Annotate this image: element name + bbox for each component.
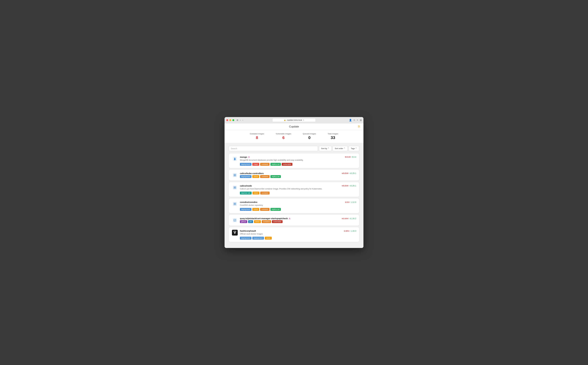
rss-icon[interactable]: ⎘ <box>358 125 360 128</box>
tag: outdated <box>260 175 269 178</box>
svg-point-14 <box>234 232 235 233</box>
image-card[interactable]: calico/node v3.23.6 v3.29.1 Calico's per… <box>229 182 359 197</box>
tag: daemon set <box>240 192 252 195</box>
stat-vulnerable-label: Vulnerable images <box>276 133 291 135</box>
card-icon <box>232 217 238 223</box>
tags: deploymentminoroutdatedreplica set <box>240 175 356 178</box>
sort-order-label: Sort order <box>335 147 343 150</box>
stat-vulnerable-value: 6 <box>276 135 291 140</box>
lock-icon: 🔒 <box>284 119 286 121</box>
card-name: mongo ⚠ <box>240 156 250 158</box>
search-input[interactable] <box>229 146 318 151</box>
warning-icon: ⚠ <box>248 156 250 158</box>
browser-window: ⊞ ‹ › 🔒 cupdate.home.local ↻ 👤 ⎋ + ⊞ Cup… <box>225 117 363 248</box>
svg-rect-4 <box>234 175 235 175</box>
tag: vulnerable <box>272 220 283 223</box>
tag: deployment <box>252 237 264 239</box>
back-button[interactable]: ‹ <box>240 119 241 121</box>
profile-icon[interactable]: 👤 <box>349 119 352 121</box>
card-body: mongo ⚠ 6.0.19 8.0.4 MongoDB document da… <box>240 156 356 166</box>
stats-bar: Outdated images 8 Vulnerable images 6 Qu… <box>225 130 363 143</box>
version-old: 1.18.1 <box>344 230 349 232</box>
sort-by-chevron-icon: ⌃ <box>328 147 329 150</box>
filter-bar: Sort by ⌃ Sort order ⌃ Tags ⌃ <box>229 146 359 151</box>
card-body: calico/node v3.23.6 v3.29.1 Calico's per… <box>240 184 356 195</box>
new-tab-icon[interactable]: + <box>357 119 358 121</box>
version-new: 8.0.4 <box>352 156 356 158</box>
sort-order-button[interactable]: Sort order ⌃ <box>333 146 348 151</box>
stat-queued-value: 0 <box>303 135 316 140</box>
image-name: hashicorp/vault <box>240 230 256 232</box>
version-old: v3.23.6 <box>342 172 348 174</box>
forward-button[interactable]: › <box>242 119 244 121</box>
tag: outdated <box>260 208 269 211</box>
tags-button[interactable]: Tags ⌃ <box>349 146 359 151</box>
toolbar-right: 👤 ⎋ + ⊞ <box>349 119 362 121</box>
sort-by-button[interactable]: Sort by ⌃ <box>319 146 332 151</box>
version-pair: v3.23.6 v3.29.1 <box>342 172 356 174</box>
version-old: 6.0.19 <box>345 156 351 158</box>
stat-queued: Queued images 0 <box>303 133 316 140</box>
url-bar[interactable]: 🔒 cupdate.home.local ↻ <box>272 118 316 122</box>
image-card[interactable]: coredns/coredns 1.9.3 1.12.0 CoreDNS doc… <box>229 198 359 213</box>
tag: job <box>248 220 253 223</box>
version-pair: v1.14.4 v1.16.2 <box>342 217 356 220</box>
warning-icon: ⚠ <box>289 217 290 220</box>
maximize-button[interactable] <box>232 119 234 121</box>
card-body: quay.io/jetstack/cert-manager-startupapi… <box>240 217 356 223</box>
stat-queued-label: Queued images <box>303 133 316 135</box>
sort-order-chevron-icon: ⌃ <box>344 147 345 150</box>
share-icon[interactable]: ⎋ <box>354 119 355 121</box>
app-title: Cupdate <box>289 125 299 128</box>
tag: replica set <box>270 208 281 211</box>
version-new: v1.16.2 <box>349 217 356 220</box>
version-pair: 1.9.3 1.12.0 <box>345 201 356 203</box>
version-pair: v3.23.6 v3.29.1 <box>342 184 356 187</box>
tags: deploymentdeploymentminor <box>240 237 356 239</box>
image-name: calico/node <box>240 184 252 187</box>
main-content: Sort by ⌃ Sort order ⌃ Tags ⌃ mongo <box>225 143 363 248</box>
minimize-button[interactable] <box>229 119 231 121</box>
tags-chevron-icon: ⌃ <box>355 147 357 150</box>
card-description: Calico's per-host DaemonSet container im… <box>240 188 356 190</box>
card-body: calico/kube-controllers v3.23.6 v3.29.1 … <box>240 172 356 178</box>
card-icon <box>232 230 238 236</box>
image-card[interactable]: hashicorp/vault 1.18.1 1.18.3 Official v… <box>229 227 359 242</box>
card-description: CoreDNS docker repository <box>240 204 356 206</box>
tags-label: Tags <box>351 147 355 150</box>
app-header: Cupdate ⎘ <box>225 123 363 130</box>
nav-buttons: ⊞ ‹ › <box>236 119 244 121</box>
stat-outdated-label: Outdated images <box>250 133 264 135</box>
image-card[interactable]: calico/kube-controllers v3.23.6 v3.29.1 … <box>229 170 359 181</box>
tag: deployment <box>240 208 251 211</box>
card-description: Official vault docker images <box>240 233 356 235</box>
card-icon <box>232 201 238 207</box>
tags: githubjobminoroutdatedvulnerable <box>240 220 356 223</box>
card-description: MongoDB document databases provide high … <box>240 159 356 161</box>
tag: replica set <box>270 175 281 178</box>
tag: major <box>252 163 259 166</box>
tag: github <box>240 220 247 223</box>
tag: outdated <box>262 220 271 223</box>
image-card[interactable]: mongo ⚠ 6.0.19 8.0.4 MongoDB document da… <box>229 154 359 168</box>
version-new: v3.29.1 <box>349 172 356 174</box>
sort-by-label: Sort by <box>321 147 327 150</box>
refresh-icon[interactable]: ↻ <box>303 119 304 121</box>
image-card[interactable]: quay.io/jetstack/cert-manager-startupapi… <box>229 215 359 225</box>
url-text: cupdate.home.local <box>287 119 302 121</box>
card-name: quay.io/jetstack/cert-manager-startupapi… <box>240 217 290 220</box>
svg-rect-7 <box>234 187 235 188</box>
close-button[interactable] <box>226 119 228 121</box>
card-name: calico/kube-controllers <box>240 172 264 175</box>
version-new: 1.18.3 <box>351 230 356 232</box>
tag: minor <box>252 208 259 211</box>
version-new: 1.12.0 <box>351 201 356 203</box>
tag: minor <box>254 220 261 223</box>
sidebar-toggle-button[interactable]: ⊞ <box>236 119 239 121</box>
tag: vulnerable <box>282 163 292 166</box>
tag: minor <box>253 192 259 195</box>
tag: deployment <box>240 163 251 166</box>
tag: minor <box>265 237 272 239</box>
stat-total: Total images 33 <box>328 133 338 140</box>
grid-icon[interactable]: ⊞ <box>360 119 362 121</box>
